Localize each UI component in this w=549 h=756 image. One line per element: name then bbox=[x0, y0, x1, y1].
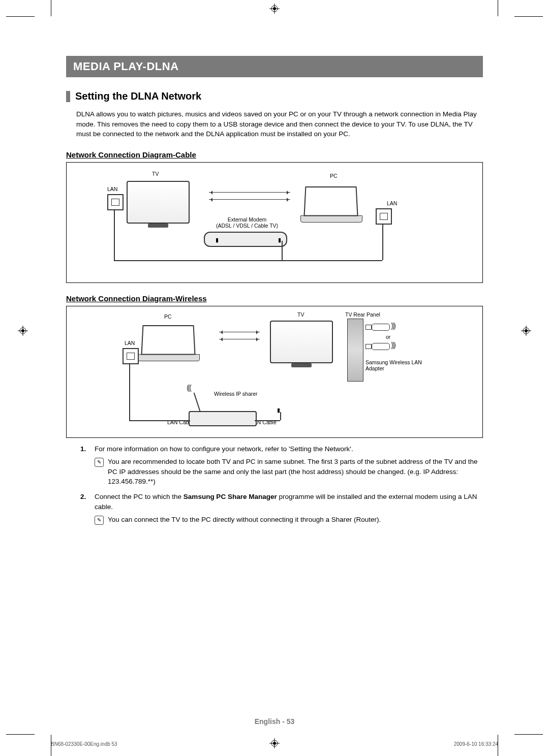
crop-mark bbox=[498, 0, 498, 16]
diagram-cable: TV PC LAN LAN External Modem (ADSL / VDS… bbox=[66, 162, 483, 283]
step-number: 2. bbox=[80, 492, 89, 512]
double-arrow-icon bbox=[219, 339, 260, 339]
step-2-text-bold: Samsung PC Share Manager bbox=[184, 493, 277, 500]
cable-line bbox=[129, 420, 190, 421]
diagram-cable-heading: Network Connection Diagram-Cable bbox=[66, 150, 483, 159]
cable-line bbox=[114, 209, 115, 260]
wireless-signal-icon: ))) bbox=[391, 341, 395, 349]
note-icon: ✎ bbox=[95, 458, 104, 467]
cable-line bbox=[129, 363, 130, 420]
double-arrow-icon bbox=[209, 199, 290, 200]
laptop-icon bbox=[300, 186, 361, 222]
label-pc: PC bbox=[330, 173, 338, 179]
wireless-signal-icon: ))) bbox=[391, 322, 395, 330]
label-wireless-ip-sharer: Wireless IP sharer bbox=[214, 391, 258, 397]
cable-line bbox=[382, 224, 383, 260]
step-text: For more information on how to configure… bbox=[95, 444, 353, 454]
registration-mark-icon bbox=[269, 738, 280, 749]
label-tv-rear-panel: TV Rear Panel bbox=[345, 311, 380, 318]
router-icon bbox=[189, 411, 257, 426]
intro-paragraph: DLNA allows you to watch pictures, music… bbox=[76, 109, 483, 139]
step-1-note: ✎ You are recommended to locate both TV … bbox=[95, 457, 483, 487]
tv-icon bbox=[270, 321, 333, 363]
crop-mark bbox=[51, 0, 51, 16]
step-text: Connect the PC to which the Samsung PC S… bbox=[95, 492, 483, 512]
label-samsung-adapter: Samsung Wireless LAN Adapter bbox=[365, 359, 432, 371]
print-info-right: 2009-6-10 16:33:24 bbox=[454, 741, 498, 747]
label-external-modem: External Modem (ADSL / VDSL / Cable TV) bbox=[209, 216, 285, 229]
tv-icon bbox=[127, 181, 190, 224]
lan-port-icon bbox=[123, 348, 139, 364]
label-or: or bbox=[386, 334, 390, 340]
label-samsung-adapter-line1: Samsung Wireless LAN bbox=[365, 359, 422, 365]
step-2-note: ✎ You can connect the TV to the PC direc… bbox=[95, 515, 483, 525]
step-2: 2. Connect the PC to which the Samsung P… bbox=[80, 492, 483, 512]
diagram-wireless-heading: Network Connection Diagram-Wireless bbox=[66, 294, 483, 303]
section-heading-bar-icon bbox=[66, 91, 70, 102]
usb-dongle-icon bbox=[365, 324, 391, 331]
cable-line bbox=[280, 412, 281, 420]
lan-port-icon bbox=[376, 208, 392, 225]
registration-mark-icon bbox=[269, 3, 280, 14]
crop-mark bbox=[514, 16, 543, 17]
section-heading: Setting the DLNA Network bbox=[66, 90, 483, 102]
label-samsung-adapter-line2: Adapter bbox=[365, 365, 384, 371]
registration-mark-icon bbox=[17, 325, 28, 336]
label-tv: TV bbox=[297, 311, 304, 318]
diagram-wireless: PC TV TV Rear Panel LAN Wireless IP shar… bbox=[66, 306, 483, 438]
cable-line bbox=[255, 420, 280, 421]
label-lan-left: LAN bbox=[107, 186, 117, 192]
wireless-signal-icon: ))) bbox=[188, 384, 192, 392]
crop-mark bbox=[514, 734, 543, 735]
double-arrow-icon bbox=[209, 192, 290, 193]
cable-line bbox=[219, 260, 382, 261]
cable-connector-icon: ▮ bbox=[278, 237, 281, 243]
chapter-title: MEDIA PLAY-DLNA bbox=[66, 56, 483, 77]
step-1: 1. For more information on how to config… bbox=[80, 444, 483, 454]
section-title: Setting the DLNA Network bbox=[75, 90, 201, 102]
label-external-modem-line1: External Modem bbox=[228, 216, 266, 223]
label-external-modem-line2: (ADSL / VDSL / Cable TV) bbox=[216, 223, 278, 229]
step-number: 1. bbox=[80, 444, 89, 454]
usb-dongle-icon bbox=[365, 343, 391, 350]
crop-mark bbox=[6, 16, 35, 17]
page-footer: English - 53 bbox=[0, 717, 549, 726]
label-lan-right: LAN bbox=[387, 200, 397, 206]
double-arrow-icon bbox=[219, 332, 260, 332]
print-info-left: BN68-02330E-00Eng.indb 53 bbox=[51, 741, 117, 747]
manual-page: MEDIA PLAY-DLNA Setting the DLNA Network… bbox=[0, 0, 549, 756]
label-tv: TV bbox=[152, 171, 159, 177]
cable-line bbox=[282, 241, 283, 260]
note-text: You are recommended to locate both TV an… bbox=[108, 457, 483, 487]
step-2-text-before: Connect the PC to which the bbox=[95, 493, 184, 500]
step-list: 1. For more information on how to config… bbox=[80, 444, 483, 525]
cable-connector-icon: ▮ bbox=[216, 237, 219, 243]
crop-mark bbox=[6, 734, 35, 735]
laptop-icon bbox=[138, 325, 199, 360]
lan-port-icon bbox=[107, 194, 124, 210]
antenna-icon bbox=[194, 392, 201, 412]
tv-rear-panel-icon bbox=[347, 319, 363, 382]
note-icon: ✎ bbox=[95, 516, 104, 525]
label-lan: LAN bbox=[125, 340, 135, 346]
cable-connector-icon: ▮ bbox=[277, 407, 280, 413]
label-pc: PC bbox=[164, 313, 172, 320]
registration-mark-icon bbox=[521, 325, 532, 336]
note-text: You can connect the TV to the PC directl… bbox=[108, 515, 381, 525]
